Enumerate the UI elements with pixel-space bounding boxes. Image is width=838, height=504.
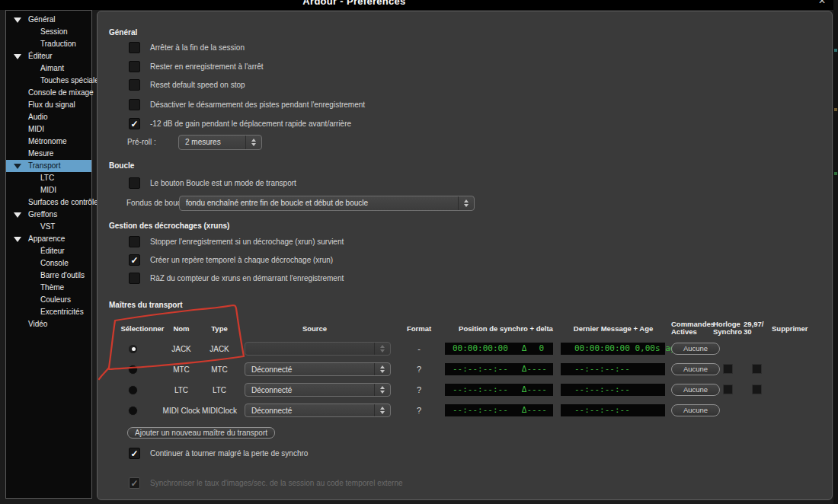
expander-triangle-icon[interactable] [14, 18, 21, 23]
format-value: ? [417, 385, 421, 394]
column-header-last-message: Dernier Message + Age [574, 324, 653, 333]
fps-checkbox-mtc[interactable] [752, 364, 762, 374]
sidebar-item-aimant[interactable]: Aimant [6, 62, 91, 75]
clock-sync-checkbox-ltc[interactable] [723, 384, 733, 394]
master-type: JACK [210, 345, 229, 353]
position-lcd-jack: 00:00:00:00 Δ 0 [445, 343, 553, 355]
loop-fade-dropdown[interactable]: fondu enchaîné entre fin de boucle et dé… [179, 196, 475, 211]
checkbox-mark-xrun[interactable]: ✓ [129, 254, 140, 266]
column-header-source: Source [302, 324, 327, 333]
sidebar-item-apparence-editeur[interactable]: Éditeur [6, 245, 91, 257]
delta-icon: Δ [522, 404, 527, 416]
column-header-clock-sync: Horloge Synchro [713, 321, 745, 336]
add-transport-master-button[interactable]: Ajouter un nouveau maître du transport [127, 427, 275, 439]
checkbox-stop-at-session-end[interactable]: ✓ [129, 42, 140, 53]
last-message-lcd-jack: 00:00:00:00 0,00s ago [561, 343, 665, 355]
source-dropdown-midi-clock[interactable]: Déconnecté [245, 404, 391, 417]
spinner-icon [374, 343, 390, 355]
expander-triangle-icon[interactable] [14, 54, 21, 59]
checkbox-disable-disarm[interactable]: ✓ [129, 99, 140, 110]
sidebar-item-midi[interactable]: MIDI [6, 123, 91, 136]
checkbox-label: Créer un repère temporel à chaque décroc… [150, 254, 333, 266]
sidebar-item-ltc[interactable]: LTC [6, 172, 91, 184]
sidebar-item-excentricites[interactable]: Excentricités [6, 306, 91, 318]
section-heading-general: Général [109, 28, 137, 37]
radio-select-midi-clock[interactable] [128, 406, 138, 416]
sidebar-item-session[interactable]: Session [6, 26, 91, 38]
checkbox-stop-on-xrun[interactable]: ✓ [129, 236, 140, 247]
position-lcd-ltc: --:--:--:-- Δ ---- [445, 384, 553, 396]
checkbox-label: Désactiver le désarmement des pistes pen… [150, 99, 365, 111]
sidebar-item-greffons[interactable]: Greffons [6, 209, 91, 221]
last-message-lcd-mtc: --:--:--:-- [561, 363, 665, 375]
sidebar-item-transport[interactable]: Transport [6, 160, 91, 172]
column-header-commands: Commandes Actives [671, 321, 711, 336]
checkbox-reset-default-speed[interactable]: ✓ [129, 79, 140, 91]
expander-triangle-icon[interactable] [14, 164, 21, 169]
active-commands-button-jack[interactable]: Aucune [671, 343, 720, 355]
checkbox-label: Le bouton Boucle est un mode de transpor… [150, 177, 296, 190]
check-icon: ✓ [130, 448, 138, 459]
source-dropdown-mtc[interactable]: Déconnecté [245, 362, 391, 376]
sidebar-item-barre-outils[interactable]: Barre d'outils [6, 270, 91, 282]
sidebar-item-video[interactable]: Vidéo [6, 318, 91, 330]
sidebar-item-vst[interactable]: VST [6, 221, 91, 233]
sidebar-item-editeur[interactable]: Éditeur [6, 50, 91, 62]
active-commands-button-ltc[interactable]: Aucune [671, 384, 720, 396]
column-header-position: Position de synchro + delta [459, 324, 553, 333]
sidebar-item-audio[interactable]: Audio [6, 111, 91, 123]
sidebar-item-metronome[interactable]: Métronome [6, 136, 91, 148]
section-heading-loop: Boucle [109, 161, 134, 170]
delta-icon: Δ [522, 384, 527, 396]
loop-fade-value: fondu enchaîné entre fin de boucle et dé… [186, 199, 368, 207]
checkbox-label: RàZ du compteur de xruns en démarrant l'… [150, 273, 344, 285]
sidebar-item-surfaces-de-controle[interactable]: Surfaces de contrôle [6, 196, 91, 209]
sidebar-item-apparence[interactable]: Apparence [6, 233, 91, 245]
sidebar-item-flux-du-signal[interactable]: Flux du signal [6, 99, 91, 111]
sidebar-item-touches-speciales[interactable]: Touches spéciales [6, 75, 91, 87]
sidebar-item-general[interactable]: Général [6, 14, 91, 26]
sidebar-item-mesure[interactable]: Mesure [6, 148, 91, 160]
format-value: ? [417, 406, 421, 415]
expander-triangle-icon[interactable] [14, 237, 21, 242]
preroll-dropdown[interactable]: 2 mesures [178, 135, 262, 150]
check-icon: ✓ [130, 255, 138, 266]
sidebar-item-apparence-console[interactable]: Console [6, 257, 91, 270]
expander-triangle-icon[interactable] [14, 212, 21, 218]
radio-select-jack[interactable] [128, 344, 138, 354]
fps-checkbox-ltc[interactable] [752, 384, 762, 394]
sidebar-item-transport-midi[interactable]: MIDI [6, 184, 91, 196]
sidebar-item-console-de-mixage[interactable]: Console de mixage [6, 87, 91, 99]
source-value: Déconnecté [251, 365, 292, 374]
checkbox-12db-gain[interactable]: ✓ [129, 118, 140, 129]
check-icon: ✓ [130, 478, 138, 489]
close-icon[interactable]: ✕ [818, 0, 826, 6]
column-header-name: Nom [173, 324, 189, 333]
window-title: Ardour - Préférences [0, 0, 708, 7]
sidebar-item-traduction[interactable]: Traduction [6, 38, 91, 50]
sliver-pixel [834, 172, 837, 175]
checkbox-keep-recording[interactable]: ✓ [129, 61, 140, 72]
active-commands-button-midi-clock[interactable]: Aucune [671, 404, 720, 416]
radio-select-mtc[interactable] [128, 365, 138, 375]
sliver-pixel [834, 49, 837, 52]
column-header-format: Format [407, 324, 431, 333]
position-lcd-midi-clock: --:--:--:-- Δ ---- [445, 404, 553, 416]
section-heading-masters: Maîtres du transport [109, 301, 183, 309]
master-type: MTC [211, 365, 228, 374]
position-lcd-mtc: --:--:--:-- Δ ---- [445, 363, 553, 375]
active-commands-button-mtc[interactable]: Aucune [671, 363, 720, 375]
checkbox-label: Reset default speed on stop [150, 79, 245, 91]
sidebar-item-theme[interactable]: Thème [6, 282, 91, 294]
checkbox-label: Rester en enregistrement à l'arrêt [150, 61, 264, 73]
checkbox-reset-xrun-counter[interactable]: ✓ [129, 273, 140, 284]
checkbox-label: Continuer à tourner malgré la perte de s… [150, 448, 308, 460]
clock-sync-checkbox-mtc[interactable] [723, 364, 733, 374]
radio-select-ltc[interactable] [128, 385, 138, 395]
delta-icon: Δ [522, 343, 527, 355]
sidebar-item-couleurs[interactable]: Couleurs [6, 294, 91, 306]
source-dropdown-ltc[interactable]: Déconnecté [245, 383, 391, 397]
checkbox-keep-rolling[interactable]: ✓ [129, 448, 140, 459]
checkbox-loop-is-mode[interactable]: ✓ [129, 177, 140, 189]
background-window-sliver [833, 0, 838, 504]
